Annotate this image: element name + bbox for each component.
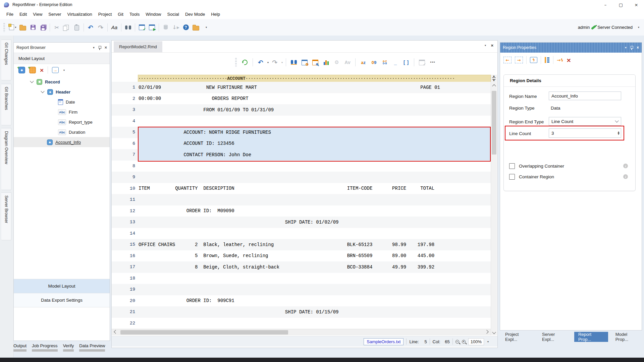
editor-redo-button[interactable]: ↷ xyxy=(270,57,279,67)
export-layout-button[interactable]: → xyxy=(52,67,59,73)
menu-item-window[interactable]: Window xyxy=(143,10,164,18)
editor-tab[interactable]: ReportModel2.Rmd xyxy=(114,41,162,52)
font-button[interactable]: Aa xyxy=(110,22,119,33)
editor-redo-dropdown[interactable]: ▾ xyxy=(281,61,283,64)
import-button[interactable]: ↓▸ xyxy=(171,22,180,33)
dock-tab-report-prop[interactable]: Report Prop... xyxy=(574,332,608,342)
dock-tab-verify[interactable]: Verify xyxy=(63,343,74,352)
report-line[interactable]: 13 SHIP DATE: 01/02/09 xyxy=(112,217,491,228)
scroll-down-icon[interactable] xyxy=(492,330,496,334)
new-report-model-button[interactable]: ▾ xyxy=(8,22,17,33)
tree-item-account-info[interactable]: ◆Account_Info xyxy=(14,137,110,147)
horizontal-scroll-thumb[interactable] xyxy=(120,330,288,335)
checkbox-container-region[interactable] xyxy=(509,174,515,180)
auto-create-fields-button[interactable]: →ϟ xyxy=(557,58,563,63)
report-line[interactable]: 11 xyxy=(112,194,491,205)
report-line[interactable]: 6 ACCOUNT ID: 123456 xyxy=(112,138,491,149)
report-line[interactable]: 3 FROM 01/01/09 TO 01/31/09 xyxy=(112,104,491,116)
tree-item-record[interactable]: Record xyxy=(14,77,110,87)
copy-button[interactable] xyxy=(62,22,71,33)
zoom-level[interactable]: 100% xyxy=(468,338,484,345)
rp-close-icon[interactable]: × xyxy=(637,45,639,50)
editor-undo-dropdown[interactable]: ▾ xyxy=(267,61,269,64)
dock-tab-git-branches[interactable]: Git Branches xyxy=(1,84,11,125)
report-line[interactable]: 20 ORDER ID: 909C91 xyxy=(112,295,491,307)
mark-space-button[interactable]: _ xyxy=(391,57,400,67)
zoom-out-icon[interactable]: − xyxy=(455,340,459,344)
dock-tab-git-changes[interactable]: Git Changes xyxy=(1,40,11,80)
dock-tab-server-browser[interactable]: Server Browser xyxy=(1,192,11,240)
region-name-input[interactable]: Account_Info xyxy=(549,92,621,100)
pattern-settings-button[interactable]: ⚙ xyxy=(300,57,309,67)
userbar-overflow-button[interactable]: ▾ xyxy=(638,26,639,29)
verify-model-button[interactable]: ✓ xyxy=(138,22,146,33)
menu-item-project[interactable]: Project xyxy=(95,10,115,18)
menu-item-git[interactable]: Git xyxy=(115,10,126,18)
report-line[interactable]: 15OFFICE CHAIRS 2 Black, leather, reclin… xyxy=(112,239,491,250)
info-icon[interactable]: i xyxy=(623,174,628,179)
dock-tab-diagram-overview[interactable]: Diagram Overview xyxy=(1,128,11,190)
mark-alpha-button[interactable]: az xyxy=(359,57,368,67)
dock-tab-server-expl[interactable]: Server Expl... xyxy=(538,332,571,342)
tree-item-header[interactable]: ◆Header xyxy=(14,87,110,97)
report-line[interactable]: 12 ORDER ID: M09090 xyxy=(112,205,491,217)
split-handle-icon[interactable]: ▲▼ xyxy=(492,75,496,81)
expander-icon[interactable] xyxy=(41,89,44,93)
panel-menu-icon[interactable]: ▾ xyxy=(93,46,95,49)
report-line[interactable]: 14 xyxy=(112,228,491,239)
tab-close-icon[interactable]: × xyxy=(491,43,493,48)
line-count-spinner[interactable]: ▲▼ xyxy=(618,131,620,135)
delete-region-button[interactable]: × xyxy=(567,57,571,64)
pin-icon[interactable] xyxy=(98,46,101,50)
open-button[interactable] xyxy=(18,22,27,33)
auto-settings-button[interactable]: ⚙ xyxy=(332,57,341,67)
search-region-button[interactable]: 🔍︎ xyxy=(311,57,320,67)
menu-item-edit[interactable]: Edit xyxy=(16,10,30,18)
report-line[interactable]: 16 5 Brown, Suede, reclining BRN-65509 8… xyxy=(112,250,491,262)
rp-menu-icon[interactable]: ▾ xyxy=(625,46,627,49)
report-line[interactable]: 4 xyxy=(112,116,491,127)
delete-node-button[interactable]: × xyxy=(40,67,44,73)
dock-tab-model-prop[interactable]: Model Prop... xyxy=(611,332,644,342)
find-button[interactable] xyxy=(124,22,132,33)
menu-item-tools[interactable]: Tools xyxy=(126,10,143,18)
vertical-scrollbar[interactable]: ▲▼ xyxy=(491,75,497,336)
tree-item-duration[interactable]: AbcDuration xyxy=(14,127,110,137)
mark-alnum-button[interactable]: a-z0-9 xyxy=(380,57,389,67)
dock-tab-data-preview[interactable]: Data Preview xyxy=(79,343,105,352)
tree-item-date[interactable]: Date xyxy=(14,97,110,107)
paste-button[interactable] xyxy=(72,22,81,33)
mark-numeric-button[interactable]: 09 xyxy=(369,57,379,67)
open-project-button[interactable] xyxy=(192,22,200,33)
maximize-button[interactable]: ▢ xyxy=(613,0,629,9)
save-button[interactable] xyxy=(29,22,37,33)
report-line[interactable]: 21 SHIP DATE: 01/15/09 xyxy=(112,306,491,318)
mark-brackets-button[interactable]: [ ] xyxy=(401,57,411,67)
line-count-input[interactable]: 3 ▲▼ xyxy=(549,128,621,138)
expander-icon[interactable] xyxy=(30,79,34,83)
vertical-scroll-thumb[interactable] xyxy=(492,91,496,155)
region-fields-button[interactable] xyxy=(544,57,550,63)
report-line[interactable]: 5 ACCOUNT: NORTH RIDGE FURNITURES xyxy=(112,127,491,138)
zoom-dropdown-icon[interactable]: ▾ xyxy=(487,340,489,343)
run-model-button[interactable]: ▶ xyxy=(148,22,156,33)
menu-item-social[interactable]: Social xyxy=(164,10,182,18)
editor-undo-button[interactable]: ↶ xyxy=(256,57,265,67)
menu-item-server[interactable]: Server xyxy=(45,10,64,18)
panel-close-icon[interactable]: × xyxy=(105,45,107,50)
report-line[interactable]: 7 CONTACT PERSON: John Doe xyxy=(112,149,491,161)
next-region-button[interactable]: → xyxy=(515,57,523,63)
toolbar-overflow-button[interactable]: ▾ xyxy=(202,22,210,33)
report-line[interactable]: 9 xyxy=(112,172,491,183)
font-style-button[interactable]: Av xyxy=(343,57,352,67)
report-line[interactable]: 18 xyxy=(112,273,491,284)
save-all-button[interactable] xyxy=(39,22,47,33)
data-export-settings-nav-button[interactable]: Data Export Settings xyxy=(14,293,110,307)
cut-button[interactable]: ✂ xyxy=(52,22,61,33)
report-line[interactable]: 17 8 Beige, Cloth, straight-back BCO-338… xyxy=(112,261,491,273)
report-line[interactable]: 102/01/09 NEW FURTINURE MART PAGE 01 xyxy=(112,82,491,93)
scroll-left-icon[interactable] xyxy=(114,330,117,334)
report-text-view[interactable]: 102/01/09 NEW FURTINURE MART PAGE 01200:… xyxy=(112,82,491,329)
menu-item-virtualization[interactable]: Virtualization xyxy=(64,10,95,18)
editor-find-button[interactable] xyxy=(289,57,299,67)
